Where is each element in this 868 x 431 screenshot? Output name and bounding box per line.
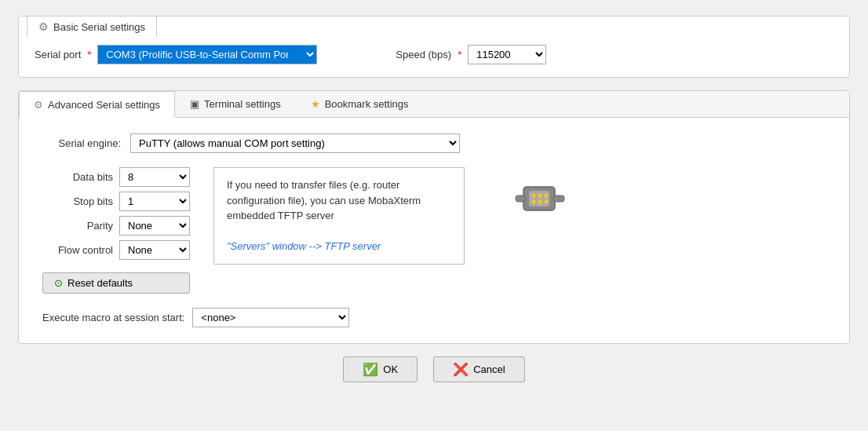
reset-icon: ⊙: [54, 277, 63, 289]
ok-button[interactable]: ✅ OK: [343, 356, 418, 382]
cancel-button[interactable]: ❌ Cancel: [433, 356, 524, 382]
tab-bookmark-label: Bookmark settings: [325, 98, 409, 110]
flow-control-select[interactable]: None: [119, 240, 190, 260]
serial-engine-row: Serial engine: PuTTY (allows manual COM …: [42, 133, 826, 153]
stop-bits-select[interactable]: 1: [119, 192, 190, 211]
macro-select[interactable]: <none>: [192, 308, 349, 327]
serial-engine-label: Serial engine:: [42, 137, 121, 149]
cancel-label: Cancel: [473, 363, 505, 375]
speed-select[interactable]: 1103006001200240048009600144001920038400…: [468, 45, 546, 64]
stop-bits-row: Stop bits 1: [42, 192, 190, 211]
ok-label: OK: [383, 363, 398, 375]
advanced-content: Serial engine: PuTTY (allows manual COM …: [19, 118, 849, 343]
reset-defaults-button[interactable]: ⊙ Reset defaults: [42, 272, 190, 294]
info-box: If you need to transfer files (e.g. rout…: [213, 167, 465, 265]
wrench-icon: ⚙: [38, 20, 49, 33]
flow-control-row: Flow control None: [42, 240, 190, 260]
parity-row: Parity None: [42, 216, 190, 236]
ok-icon: ✅: [363, 362, 378, 377]
info-link[interactable]: "Servers" window --> TFTP server: [227, 240, 381, 252]
svg-point-2: [532, 194, 536, 198]
advanced-panel: ⚙ Advanced Serial settings ▣ Terminal se…: [18, 90, 850, 344]
cancel-icon: ❌: [453, 362, 469, 377]
bottom-buttons: ✅ OK ❌ Cancel: [18, 356, 850, 382]
serial-port-label: Serial port: [35, 49, 81, 60]
stop-bits-label: Stop bits: [42, 195, 113, 207]
tab-bookmark-icon: ★: [311, 98, 320, 110]
macro-row: Execute macro at session start: <none>: [42, 308, 826, 327]
basic-serial-panel: ⚙ Basic Serial settings Serial port * CO…: [18, 16, 850, 78]
parity-select[interactable]: None: [119, 216, 190, 236]
tab-terminal[interactable]: ▣ Terminal settings: [175, 91, 296, 117]
connector-icon: [512, 167, 574, 230]
info-text: If you need to transfer files (e.g. rout…: [227, 179, 421, 221]
svg-point-3: [538, 194, 542, 198]
serial-port-row: Serial port * COM3 (Prolific USB-to-Seri…: [35, 45, 317, 64]
speed-label: Speed (bps): [396, 49, 451, 60]
tab-advanced-label: Advanced Serial settings: [48, 99, 160, 111]
reset-defaults-label: Reset defaults: [67, 277, 133, 289]
serial-port-select[interactable]: COM3 (Prolific USB-to-Serial Comm Port (…: [97, 45, 317, 64]
svg-rect-8: [553, 195, 564, 202]
basic-serial-tab: ⚙ Basic Serial settings: [27, 16, 157, 38]
basic-serial-tab-label: Basic Serial settings: [53, 21, 145, 33]
data-bits-row: Data bits 8: [42, 167, 190, 187]
svg-rect-9: [516, 195, 525, 202]
svg-point-6: [538, 200, 542, 204]
macro-label: Execute macro at session start:: [42, 312, 184, 323]
svg-point-7: [545, 200, 549, 204]
tab-advanced-icon: ⚙: [34, 99, 43, 111]
serial-engine-select[interactable]: PuTTY (allows manual COM port setting): [130, 133, 460, 153]
connector-area: [512, 167, 574, 230]
main-container: ⚙ Basic Serial settings Serial port * CO…: [18, 16, 850, 382]
flow-control-label: Flow control: [42, 244, 113, 256]
tab-terminal-label: Terminal settings: [204, 98, 281, 110]
tab-terminal-icon: ▣: [190, 98, 199, 110]
speed-required: *: [458, 49, 461, 60]
tabs-header: ⚙ Advanced Serial settings ▣ Terminal se…: [19, 91, 849, 118]
data-bits-select[interactable]: 8: [119, 167, 190, 187]
svg-rect-1: [529, 191, 549, 206]
settings-col: Data bits 8 Stop bits 1 Parity: [42, 167, 190, 294]
svg-point-4: [545, 194, 549, 198]
svg-point-5: [532, 200, 536, 204]
speed-row: Speed (bps) * 11030060012002400480096001…: [396, 45, 546, 64]
two-col-layout: Data bits 8 Stop bits 1 Parity: [42, 167, 826, 294]
parity-label: Parity: [42, 220, 113, 232]
data-bits-label: Data bits: [42, 171, 113, 183]
tab-bookmark[interactable]: ★ Bookmark settings: [296, 91, 424, 117]
tab-advanced-serial[interactable]: ⚙ Advanced Serial settings: [19, 91, 175, 118]
serial-port-required: *: [87, 49, 91, 60]
